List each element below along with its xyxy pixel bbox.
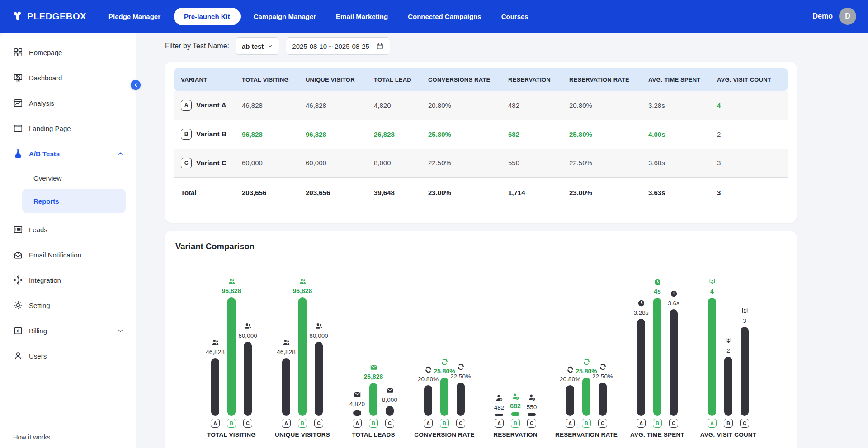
variant-letter-box: C: [740, 419, 749, 428]
dashboard-icon: [13, 73, 23, 83]
sidebar-subitem-reports[interactable]: Reports: [22, 189, 126, 213]
variant-letter-box: B: [653, 419, 662, 428]
bar-value-label: 8,000: [382, 397, 397, 403]
bar-avg-time-spent-b: [653, 298, 661, 416]
nav-item-pre-launch-kit[interactable]: Pre-launch Kit: [174, 8, 241, 25]
bar-unique-visitors-b: [298, 297, 307, 416]
sidebar-item-label: A/B Tests: [29, 150, 60, 158]
users-icon: [227, 277, 236, 285]
column-header: AVG. TIME SPENT: [642, 68, 710, 91]
user-name[interactable]: Demo: [813, 12, 833, 20]
sidebar-item-email-notification[interactable]: Email Notification: [0, 246, 136, 264]
pledgebox-logo[interactable]: PLEDGEBOX: [12, 10, 86, 22]
bar-reservation-rate-a: [566, 385, 574, 416]
how-it-works-link[interactable]: How it works: [13, 434, 50, 441]
users-icon: [315, 322, 323, 330]
refresh-icon: [424, 365, 432, 373]
variant-letter-box: C: [669, 419, 678, 428]
sidebar-item-users[interactable]: Users: [0, 347, 136, 365]
clock-icon: [653, 278, 661, 286]
sidebar-item-label: Dashboard: [29, 74, 62, 82]
nav-item-connected-campaigns[interactable]: Connected Campaigns: [401, 8, 488, 25]
bar-total-visiting-b: [227, 297, 236, 416]
variant-name: Variant C: [196, 159, 226, 167]
test-name-select-value: ab test: [242, 42, 264, 50]
avatar[interactable]: D: [839, 8, 856, 25]
variant-badge: A: [181, 100, 192, 111]
bar-total-visiting-c: [244, 342, 252, 416]
nav-item-campaign-manager[interactable]: Campaign Manager: [247, 8, 323, 25]
table-cell: 8,000: [367, 149, 421, 177]
nav-item-email-marketing[interactable]: Email Marketing: [329, 8, 395, 25]
column-header: RESERVATION RATE: [562, 68, 642, 91]
variant-letter-box: C: [527, 419, 536, 428]
column-header: TOTAL LEAD: [367, 68, 421, 91]
bar-value-label: 4s: [654, 288, 661, 295]
bar-avg-visit-count-c: [741, 327, 749, 416]
sidebar-item-integration[interactable]: Integration: [0, 271, 136, 289]
email-icon: [13, 250, 23, 260]
sidebar-item-label: Email Notification: [29, 251, 81, 259]
clock-icon: [637, 299, 645, 307]
chart-group-label: TOTAL VISITING: [207, 431, 256, 438]
variant-name: Variant A: [196, 101, 226, 109]
variant-letter-box: C: [385, 419, 394, 428]
column-header: UNIQUE VISITOR: [299, 68, 367, 91]
analysis-icon: [13, 98, 23, 108]
bar-value-label: 482: [494, 404, 505, 411]
main-content: Filter by Test Name: ab test 2025-08-10 …: [136, 33, 868, 448]
date-range-input[interactable]: 2025-08-10 ~ 2025-08-25: [286, 37, 390, 55]
test-name-select[interactable]: ab test: [236, 37, 279, 55]
variant-letter-box: A: [495, 419, 504, 428]
bar-value-label: 60,000: [309, 332, 328, 339]
bar-value-label: 22.50%: [450, 373, 471, 380]
table-header-row: VARIANTTOTAL VISITINGUNIQUE VISITORTOTAL…: [174, 68, 788, 91]
table-row: CVariant C60,00060,0008,00022.50%55022.5…: [174, 149, 788, 177]
table-cell: 46,828: [299, 91, 367, 120]
bar-value-label: 60,000: [238, 332, 257, 339]
total-cell: 3: [710, 177, 788, 207]
sidebar-collapse-button[interactable]: [131, 80, 141, 90]
table-cell: 4: [710, 91, 788, 120]
sidebar-item-label: Setting: [29, 302, 50, 309]
sidebar-item-leads[interactable]: Leads: [0, 220, 136, 238]
bar-value-label: 96,828: [222, 287, 241, 294]
variant-letter-box: B: [440, 419, 449, 428]
chart-group-label: UNIQUE VISITORS: [275, 431, 330, 438]
leads-icon: [13, 224, 23, 234]
variant-letter-box: A: [566, 419, 575, 428]
variant-letter-box: A: [282, 419, 291, 428]
sidebar-item-analysis[interactable]: Analysis: [0, 94, 136, 112]
visit-icon: [741, 307, 749, 315]
sidebar-item-label: Homepage: [29, 49, 62, 56]
column-header: CONVERSIONS RATE: [421, 68, 501, 91]
column-header: AVG. VISIT COUNT: [710, 68, 788, 91]
chevron-up-icon[interactable]: [117, 150, 124, 157]
nav-item-pledge-manager[interactable]: Pledge Manager: [102, 8, 167, 25]
users-icon: [282, 338, 290, 346]
bar-avg-time-spent-a: [637, 319, 645, 416]
total-cell: 39,648: [367, 177, 421, 207]
variant-cell-content: CVariant C: [181, 158, 235, 168]
refresh-icon: [566, 365, 574, 373]
sidebar-item-a-b-tests[interactable]: A/B Tests: [0, 145, 136, 163]
table-cell: 3.28s: [642, 91, 710, 120]
chart-group-label: RESERVATION RATE: [555, 431, 618, 438]
nav-item-courses[interactable]: Courses: [495, 8, 535, 25]
variant-letter-box: A: [211, 419, 220, 428]
sidebar-item-billing[interactable]: $Billing: [0, 322, 136, 340]
sidebar-submenu: OverviewReports: [16, 169, 136, 213]
sidebar-item-label: Integration: [29, 276, 61, 284]
bar-avg-time-spent-c: [670, 309, 678, 416]
sidebar-subitem-overview[interactable]: Overview: [22, 169, 136, 187]
sidebar-item-dashboard[interactable]: Dashboard: [0, 69, 136, 87]
sidebar-item-homepage[interactable]: Homepage: [0, 43, 136, 61]
gridline: [180, 379, 786, 379]
person-check-icon: [495, 394, 503, 402]
sidebar-item-landing-page[interactable]: Landing Page: [0, 119, 136, 137]
primary-nav: Pledge ManagerPre-launch KitCampaign Man…: [102, 8, 535, 25]
visit-icon: [724, 337, 732, 345]
chevron-down-icon[interactable]: [117, 327, 124, 334]
sidebar-item-setting[interactable]: Setting: [0, 296, 136, 314]
svg-text:$: $: [17, 329, 19, 333]
